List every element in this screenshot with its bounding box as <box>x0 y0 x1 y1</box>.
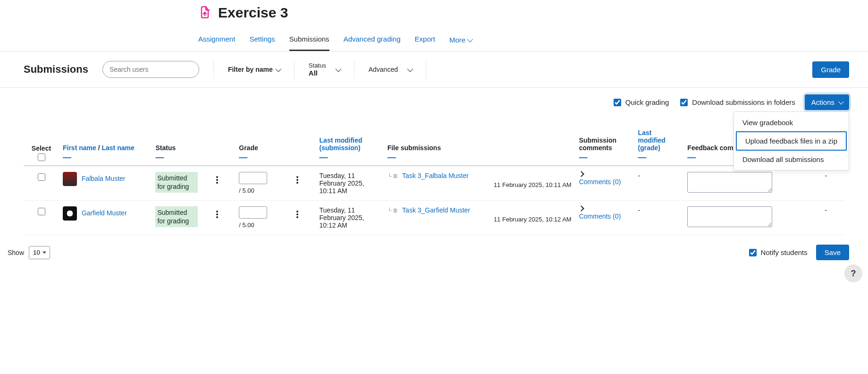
file-tree-icon: └ 🗎 <box>388 173 399 179</box>
file-submission-time: 11 February 2025, 10:11 AM <box>388 181 572 188</box>
chevron-down-icon <box>335 66 341 72</box>
tab-settings[interactable]: Settings <box>249 35 275 51</box>
chevron-down-icon <box>467 36 473 42</box>
grade-max-label: / 5.00 <box>239 187 287 194</box>
file-submission-link[interactable]: Task 3_Garfield Muster <box>402 206 470 214</box>
collapse-column-icon[interactable]: — <box>579 153 631 162</box>
notify-students-option[interactable]: Notify students <box>747 247 808 258</box>
comments-link[interactable]: Comments (0) <box>579 212 631 220</box>
grade-menu-button[interactable] <box>295 209 300 220</box>
separator <box>426 60 426 79</box>
chevron-right-icon <box>578 205 584 212</box>
status-badge: Submitted for grading <box>155 206 198 227</box>
page-title: Exercise 3 <box>218 5 288 21</box>
separator <box>354 60 354 79</box>
table-row: Garfield Muster Submitted for grading / … <box>24 201 844 235</box>
quick-grading-label: Quick grading <box>625 98 669 106</box>
select-all-checkbox[interactable] <box>38 153 45 161</box>
collapse-column-icon[interactable]: — <box>239 153 287 162</box>
avatar <box>63 206 77 221</box>
collapse-column-icon[interactable]: — <box>63 153 148 162</box>
save-button[interactable]: Save <box>816 245 849 260</box>
tab-submissions[interactable]: Submissions <box>289 35 329 51</box>
user-name-link[interactable]: Garfield Muster <box>82 209 127 217</box>
menu-upload-feedback-zip[interactable]: Upload feedback files in a zip <box>736 131 847 151</box>
section-title: Submissions <box>24 63 88 76</box>
col-select-label: Select <box>32 144 51 152</box>
chevron-right-icon <box>578 171 584 177</box>
show-count-select[interactable]: 10 <box>29 246 50 259</box>
advanced-filter-dropdown[interactable]: Advanced <box>369 66 412 73</box>
quick-grading-option[interactable]: Quick grading <box>612 97 669 108</box>
comments-link[interactable]: Comments (0) <box>579 178 631 186</box>
status-filter-dropdown[interactable]: Status All <box>309 62 340 77</box>
notify-students-checkbox[interactable] <box>749 249 757 256</box>
avatar <box>63 172 77 186</box>
tab-more[interactable]: More <box>449 35 472 51</box>
collapse-column-icon[interactable]: — <box>320 153 380 162</box>
col-grade: Grade <box>239 144 258 152</box>
menu-download-all-submissions[interactable]: Download all submissions <box>734 151 849 168</box>
col-last-modified-submission[interactable]: Last modified (submission) <box>320 136 362 152</box>
separator <box>294 60 295 79</box>
grade-input[interactable] <box>239 206 267 219</box>
grade-max-label: / 5.00 <box>239 221 287 229</box>
download-in-folders-option[interactable]: Download submissions in folders <box>678 97 795 108</box>
row-select-checkbox[interactable] <box>38 208 45 215</box>
final-grade-value: - <box>825 206 827 214</box>
actions-dropdown-menu: View gradebook Upload feedback files in … <box>733 111 849 170</box>
assignment-upload-icon <box>198 6 211 20</box>
notify-students-label: Notify students <box>761 248 808 256</box>
actions-button[interactable]: Actions <box>805 94 849 110</box>
separator <box>213 60 214 79</box>
last-modified-submission: Tuesday, 11 February 2025, 10:12 AM <box>320 206 364 229</box>
file-submission-time: 11 February 2025, 10:12 AM <box>388 216 572 223</box>
last-modified-grade: - <box>638 172 640 179</box>
feedback-comments-textarea[interactable] <box>687 206 772 227</box>
col-submission-comments: Submission comments <box>579 136 616 152</box>
col-first-name[interactable]: First name <box>63 144 96 152</box>
search-users-input[interactable] <box>102 61 199 78</box>
file-submission-link[interactable]: Task 3_Falbala Muster <box>402 172 469 179</box>
download-in-folders-label: Download submissions in folders <box>692 98 795 106</box>
tab-bar: Assignment Settings Submissions Advanced… <box>198 35 868 51</box>
table-row: Falbala Muster Submitted for grading / 5… <box>24 166 844 201</box>
tab-assignment[interactable]: Assignment <box>198 35 235 51</box>
filter-by-name-label: Filter by name <box>228 66 273 73</box>
filter-by-name-dropdown[interactable]: Filter by name <box>228 66 280 73</box>
col-last-modified-grade[interactable]: Last modified (grade) <box>638 129 666 152</box>
col-file-submissions: File submissions <box>388 144 441 152</box>
actions-button-label: Actions <box>811 98 834 106</box>
tab-more-label: More <box>449 36 465 44</box>
show-label: Show <box>8 249 24 256</box>
feedback-comments-textarea[interactable] <box>687 172 772 193</box>
menu-view-gradebook[interactable]: View gradebook <box>734 114 849 131</box>
grade-input[interactable] <box>239 172 267 184</box>
chevron-down-icon <box>407 66 413 72</box>
download-in-folders-checkbox[interactable] <box>680 99 688 106</box>
last-modified-submission: Tuesday, 11 February 2025, 10:11 AM <box>320 172 364 195</box>
row-select-checkbox[interactable] <box>38 173 45 181</box>
chevron-down-icon <box>275 66 281 72</box>
status-filter-value: All <box>309 69 326 77</box>
row-menu-button[interactable] <box>214 209 220 220</box>
grade-menu-button[interactable] <box>295 174 300 186</box>
collapse-column-icon[interactable]: — <box>388 153 572 162</box>
final-grade-value: - <box>825 172 827 179</box>
col-status: Status <box>155 144 176 152</box>
advanced-filter-label: Advanced <box>369 66 398 73</box>
tab-export[interactable]: Export <box>415 35 435 51</box>
col-last-name[interactable]: Last name <box>101 144 134 152</box>
last-modified-grade: - <box>638 206 640 214</box>
col-name-sep: / <box>98 144 100 152</box>
chevron-down-icon <box>838 99 844 105</box>
grade-button[interactable]: Grade <box>812 61 849 78</box>
collapse-column-icon[interactable]: — <box>638 153 680 162</box>
tab-advanced-grading[interactable]: Advanced grading <box>344 35 401 51</box>
status-badge: Submitted for grading <box>155 172 198 193</box>
user-name-link[interactable]: Falbala Muster <box>82 175 126 182</box>
quick-grading-checkbox[interactable] <box>614 99 621 106</box>
row-menu-button[interactable] <box>214 174 220 186</box>
collapse-column-icon[interactable]: — <box>155 153 206 162</box>
file-tree-icon: └ 🗎 <box>388 207 399 214</box>
